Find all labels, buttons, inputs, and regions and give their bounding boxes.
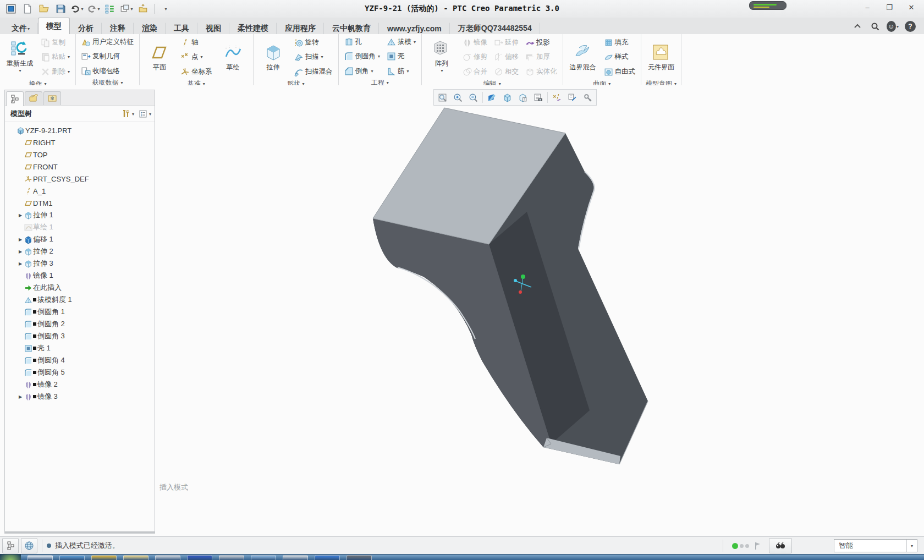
tree-settings-button[interactable]: ▾ (122, 109, 134, 118)
tree-item[interactable]: ▶拉伸 2 (5, 245, 155, 257)
taskbar-app[interactable] (123, 555, 148, 560)
selection-filter-arrow-icon[interactable]: ▾ (906, 540, 917, 552)
tree-item[interactable]: FRONT (5, 161, 155, 173)
ribbon-button-边界混合[interactable]: 边界混合 (566, 35, 600, 79)
ribbon-button-粘贴[interactable]: 粘贴▾ (38, 50, 72, 64)
tree-item[interactable]: 在此插入 (5, 282, 155, 294)
tree-item[interactable]: RIGHT (5, 136, 155, 149)
tab-model-tree[interactable] (6, 91, 24, 106)
ribbon-button-扫描混合[interactable]: 扫描混合 (292, 65, 335, 79)
zoom-out-button[interactable] (466, 90, 481, 105)
ribbon-button-元件界面[interactable]: 元件界面 (645, 35, 678, 79)
ribbon-button-收缩包络[interactable]: 收缩包络 (79, 64, 136, 78)
taskbar-app[interactable] (251, 555, 276, 560)
tree-item[interactable]: 草绘 1 (5, 221, 155, 233)
restore-button[interactable]: ❐ (881, 1, 898, 13)
graphics-options-button[interactable] (580, 90, 595, 105)
open-button[interactable] (36, 2, 52, 16)
ribbon-button-拉伸[interactable]: 拉伸 (257, 35, 290, 79)
redo-button[interactable]: ▾ (86, 2, 101, 16)
ribbon-button-重新生成[interactable]: 重新生成▾ (3, 35, 36, 79)
ribbon-button-加厚[interactable]: 加厚 (523, 50, 559, 64)
tab-r1[interactable]: 模型 (38, 18, 70, 34)
tab-r2[interactable]: 分析 (70, 23, 102, 34)
tab-r6[interactable]: 视图 (197, 23, 229, 34)
tree-item[interactable]: 镜像 2 (5, 378, 155, 391)
flag-icon[interactable] (754, 541, 762, 550)
tab-r11[interactable]: 万老师QQ734482554 (450, 23, 540, 34)
tree-item[interactable]: PRT_CSYS_DEF (5, 173, 155, 185)
expander-icon[interactable]: ▶ (17, 249, 24, 254)
ribbon-button-平面[interactable]: 平面 (143, 35, 176, 79)
undo-button[interactable]: ▾ (69, 2, 85, 16)
taskbar-app[interactable] (187, 555, 212, 560)
tree-item[interactable]: ▶偏移 1 (5, 233, 155, 245)
ribbon-button-旋转[interactable]: 旋转 (292, 36, 335, 50)
taskbar-app[interactable] (346, 555, 372, 560)
tree-item[interactable]: DTM1 (5, 197, 155, 209)
tree-item[interactable]: 镜像 1 (5, 270, 155, 282)
save-button[interactable] (53, 2, 68, 16)
ribbon-button-填充[interactable]: 填充 (602, 36, 638, 50)
minimize-button[interactable]: – (859, 1, 876, 13)
zoom-in-button[interactable] (450, 90, 465, 105)
expander-icon[interactable]: ▶ (17, 213, 24, 218)
tree-item[interactable]: TOP (5, 149, 155, 161)
tree-item[interactable]: ▶拉伸 3 (5, 257, 155, 270)
tree-item[interactable]: 壳 1 (5, 342, 155, 354)
ribbon-button-样式[interactable]: 样式 (602, 50, 638, 64)
model-events-indicator[interactable] (732, 543, 749, 549)
ribbon-button-筋[interactable]: 筋▾ (384, 64, 418, 78)
ribbon-button-倒圆角[interactable]: 倒圆角▾ (342, 50, 383, 63)
tab-r9[interactable]: 云中帆教育 (324, 23, 379, 34)
ribbon-button-坐标系[interactable]: 坐标系 (178, 65, 215, 79)
ribbon-button-点[interactable]: 点▾ (178, 50, 215, 64)
tab-r7[interactable]: 柔性建模 (229, 23, 277, 34)
regenerate-small-button[interactable] (102, 2, 118, 16)
tree-item[interactable]: 拔模斜度 1 (5, 294, 155, 306)
ribbon-button-拔模[interactable]: 拔模▾ (384, 35, 418, 49)
ribbon-button-镜像[interactable]: 镜像 (460, 36, 490, 50)
ribbon-button-孔[interactable]: 孔 (342, 35, 383, 49)
graphics-viewport[interactable]: 插入模式 (155, 85, 924, 536)
tree-item[interactable]: 倒圆角 3 (5, 330, 155, 342)
ribbon-button-自由式[interactable]: 自由式 (602, 65, 638, 79)
ribbon-button-偏移[interactable]: 偏移 (492, 50, 521, 64)
tab-r3[interactable]: 注释 (102, 23, 134, 34)
ribbon-button-修剪[interactable]: 修剪 (460, 50, 490, 64)
ribbon-button-用户定义特征[interactable]: 用户定义特征 (79, 35, 136, 49)
tree-item[interactable]: A_1 (5, 185, 155, 197)
taskbar-app[interactable] (155, 555, 180, 560)
toggle-navigator-button[interactable] (2, 538, 19, 553)
taskbar-app[interactable] (315, 555, 340, 560)
view-manager-button[interactable] (531, 90, 546, 105)
tab-r8[interactable]: 应用程序 (277, 23, 324, 34)
tab-r10[interactable]: www.yzfjy.com (379, 23, 450, 34)
expander-icon[interactable]: ▶ (17, 237, 24, 242)
taskbar-app[interactable] (59, 555, 85, 560)
tab-folder-browser[interactable] (25, 91, 42, 105)
refit-button[interactable] (435, 90, 450, 105)
repaint-button[interactable] (485, 90, 499, 105)
help-button[interactable]: ? (904, 20, 916, 32)
taskbar-app[interactable] (28, 555, 53, 560)
resource-center-button[interactable]: ☺▾ (887, 20, 899, 32)
tab-file[interactable]: 文件 ▾ (3, 23, 38, 34)
tree-item[interactable]: YZF-9-21.PRT (5, 124, 155, 136)
perspective-button[interactable] (515, 90, 530, 105)
tree-item[interactable]: 倒圆角 2 (5, 318, 155, 330)
app-button[interactable] (3, 2, 19, 16)
ribbon-button-倒角[interactable]: 倒角▾ (342, 64, 383, 78)
close-button[interactable]: ✕ (903, 1, 920, 13)
ribbon-button-投影[interactable]: 投影 (523, 36, 559, 50)
ribbon-button-合并[interactable]: 合并 (460, 65, 490, 79)
expander-icon[interactable]: ▶ (17, 394, 24, 399)
windows-taskbar[interactable] (0, 554, 924, 560)
ribbon-button-草绘[interactable]: 草绘 (217, 35, 250, 79)
tab-favorites[interactable]: ✻ (43, 91, 61, 105)
tree-item[interactable]: 倒圆角 1 (5, 306, 155, 318)
tree-item[interactable]: ▶拉伸 1 (5, 209, 155, 221)
ribbon-button-复制几何[interactable]: 复制几何 (79, 50, 136, 63)
ribbon-button-实体化[interactable]: 实体化 (523, 65, 559, 79)
ribbon-button-阵列[interactable]: 阵列▾ (425, 35, 458, 79)
